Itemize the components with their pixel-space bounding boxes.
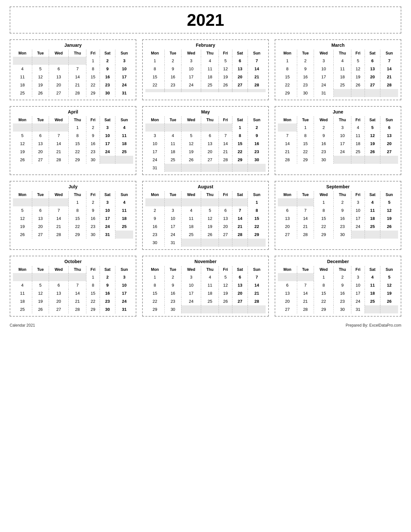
calendar-cell: 30: [297, 89, 314, 97]
calendar-cell: 19: [32, 81, 49, 89]
day-header-sat: Sat: [365, 50, 380, 57]
calendar-cell: [164, 89, 181, 92]
month-title: March: [278, 43, 398, 48]
calendar-cell: 11: [365, 281, 380, 289]
day-header-thu: Thu: [201, 116, 219, 123]
calendar-cell: [145, 89, 164, 92]
calendar-cell: [181, 123, 201, 132]
calendar-cell: [49, 273, 68, 281]
calendar-cell: 13: [365, 65, 380, 73]
calendar-cell: 8: [232, 132, 248, 140]
calendar-cell: [297, 198, 314, 206]
calendar-cell: [248, 89, 266, 92]
month-table: MonTueWedThuFriSatSun1234567891011121314…: [278, 266, 398, 313]
table-row: 19202122232425: [13, 222, 133, 231]
day-header-sun: Sun: [115, 266, 133, 273]
calendar-cell: [32, 123, 49, 132]
calendar-cell: [278, 123, 297, 132]
day-header-tue: Tue: [32, 266, 49, 273]
calendar-cell: 28: [297, 305, 314, 313]
calendar-cell: [201, 198, 219, 206]
day-header-fri: Fri: [351, 50, 365, 57]
calendar-cell: 16: [164, 289, 181, 297]
day-header-mon: Mon: [278, 116, 297, 123]
calendar-cell: 3: [145, 132, 164, 140]
day-header-sun: Sun: [380, 50, 398, 57]
calendar-cell: 27: [201, 156, 219, 164]
calendar-cell: 5: [32, 281, 49, 289]
calendar-cell: 15: [69, 214, 86, 222]
calendar-cell: 19: [219, 289, 232, 297]
calendar-cell: 26: [181, 156, 201, 164]
calendar-cell: 4: [201, 57, 219, 65]
calendar-cell: 27: [49, 305, 68, 313]
footer: Calendar 2021 Prepared By: ExcelDataPro.…: [10, 323, 401, 328]
calendar-cell: 3: [181, 273, 201, 281]
day-header-wed: Wed: [314, 50, 333, 57]
calendar-cell: 3: [100, 123, 115, 132]
calendar-cell: 22: [314, 222, 333, 231]
calendar-cell: 24: [100, 222, 115, 231]
calendar-cell: 25: [334, 81, 351, 89]
calendar-cell: 3: [314, 57, 333, 65]
calendar-cell: 19: [13, 222, 32, 231]
table-row: 12131415161718: [13, 214, 133, 222]
day-header-tue: Tue: [164, 266, 181, 273]
calendar-cell: 26: [380, 297, 398, 305]
day-header-thu: Thu: [69, 116, 86, 123]
calendar-cell: 18: [13, 297, 32, 305]
day-header-mon: Mon: [278, 266, 297, 273]
table-row: 25262728293031: [13, 305, 133, 313]
calendar-cell: 1: [314, 273, 333, 281]
calendar-cell: 31: [351, 305, 365, 313]
table-row: 11121314151617: [13, 73, 133, 81]
calendar-cell: 2: [164, 57, 181, 65]
calendar-cell: 26: [32, 89, 49, 97]
calendar-cell: 11: [201, 281, 219, 289]
month-table: MonTueWedThuFriSatSun1234567891011121314…: [278, 116, 398, 164]
calendar-cell: 27: [380, 148, 398, 156]
month-title: May: [145, 109, 266, 114]
calendar-cell: [13, 273, 32, 281]
calendar-cell: 22: [232, 148, 248, 156]
calendar-cell: 5: [380, 273, 398, 281]
calendar-cell: 11: [181, 214, 201, 222]
calendar-cell: 2: [297, 57, 314, 65]
calendar-cell: 7: [69, 281, 86, 289]
day-header-tue: Tue: [164, 50, 181, 57]
table-row: 1234: [13, 198, 133, 206]
calendar-cell: 30: [164, 305, 181, 313]
calendar-cell: [32, 57, 49, 65]
table-row: 891011121314: [145, 65, 266, 73]
calendar-cell: 11: [13, 289, 32, 297]
calendar-cell: 2: [86, 198, 100, 206]
table-row: 11121314151617: [13, 289, 133, 297]
table-row: 24252627282930: [145, 156, 266, 164]
calendar-cell: 10: [351, 206, 365, 214]
calendar-cell: 17: [351, 289, 365, 297]
month-table: MonTueWedThuFriSatSun1234567891011121314…: [278, 50, 398, 97]
day-header-thu: Thu: [69, 266, 86, 273]
calendar-cell: 9: [100, 65, 115, 73]
calendar-cell: 15: [145, 289, 164, 297]
day-header-fri: Fri: [351, 191, 365, 198]
calendar-cell: 12: [380, 281, 398, 289]
day-header-fri: Fri: [86, 50, 100, 57]
day-header-tue: Tue: [164, 191, 181, 198]
calendar-cell: 20: [32, 222, 49, 231]
table-row: 1234567: [278, 57, 398, 65]
calendar-cell: 7: [232, 206, 248, 214]
table-row: 1234: [13, 123, 133, 132]
day-header-sat: Sat: [365, 266, 380, 273]
calendar-cell: 21: [248, 73, 266, 81]
calendar-cell: 29: [145, 305, 164, 313]
calendar-cell: [219, 89, 232, 92]
calendar-cell: 11: [115, 132, 133, 140]
calendar-cell: 29: [86, 89, 100, 97]
table-row: 567891011: [13, 132, 133, 140]
calendar-cell: 3: [351, 198, 365, 206]
calendar-cell: 15: [232, 140, 248, 148]
day-header-mon: Mon: [13, 266, 32, 273]
month-november: NovemberMonTueWedThuFriSatSun12345678910…: [142, 256, 269, 317]
calendar-cell: 29: [86, 305, 100, 313]
